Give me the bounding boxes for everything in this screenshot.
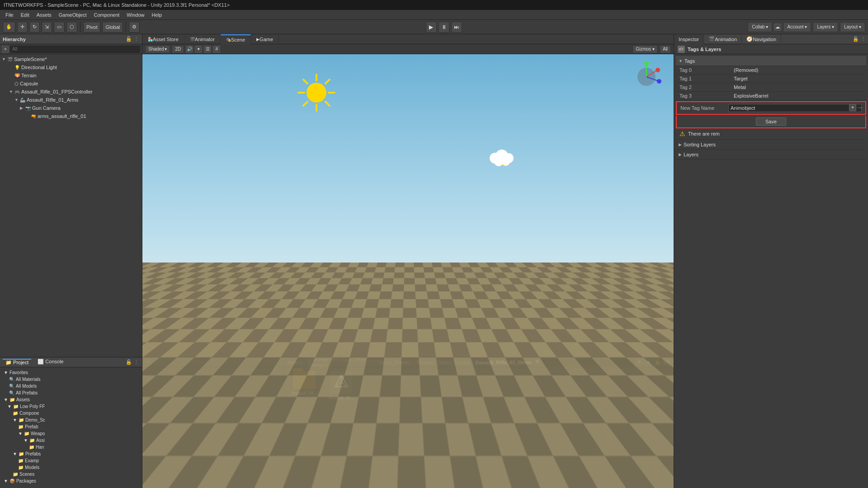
sidebar-scenes[interactable]: 📁 Scenes — [0, 471, 142, 478]
bc-lowpoly[interactable]: Low Poly FPS Pack - Free (Sample) — [308, 357, 373, 368]
cloud-btn[interactable]: ☁ — [774, 23, 781, 31]
hierarchy-search-input[interactable] — [10, 46, 140, 53]
sidebar-assi[interactable]: ▼ 📁 Assi — [0, 437, 142, 444]
dimension-btn[interactable]: 2D — [172, 45, 184, 53]
sidebar-lowpoly[interactable]: ▼ 📁 Low Poly FF — [0, 403, 142, 410]
file-item-folder[interactable]: Assault_Rf... — [288, 371, 320, 400]
hierarchy-lock-icon[interactable]: 🔓 — [126, 36, 132, 42]
tag-row-1: Tag 1 Target — [676, 75, 866, 83]
project-tab[interactable]: 📁 Project — [3, 359, 31, 366]
tab-game[interactable]: ▶ Game — [251, 34, 279, 44]
tree-item-fpscontroller[interactable]: ▼ 🎮 Assault_Rifle_01_FPSController — [0, 88, 142, 96]
sidebar-models[interactable]: 📁 Models — [0, 464, 142, 471]
sidebar-all-prefabs[interactable]: 🔍 All Prefabs — [0, 389, 142, 396]
tab-animation[interactable]: 🎬 Animation — [704, 34, 742, 44]
grid-btn[interactable]: # — [213, 46, 220, 53]
bc-assets[interactable]: Assets — [288, 360, 302, 365]
global-btn[interactable]: Global — [102, 22, 123, 33]
sidebar-examp[interactable]: 📁 Examp — [0, 457, 142, 464]
tab-scene[interactable]: 🎭 Scene — [221, 34, 251, 44]
account-btn[interactable]: Account ▾ — [783, 22, 811, 32]
bc-weapon[interactable]: Weapon_Demo_Scenes — [416, 360, 470, 365]
hierarchy-add-btn[interactable]: + — [2, 46, 9, 53]
tree-item-guncamera[interactable]: ▶ 📷 Gun Camera — [0, 104, 142, 112]
menu-edit[interactable]: Edit — [17, 11, 33, 19]
tree-item-rifle[interactable]: 🔫 arms_assault_rifle_01 — [0, 112, 142, 120]
menu-window[interactable]: Window — [123, 11, 148, 19]
inspector-menu-icon[interactable]: ⋮ — [860, 36, 866, 42]
tab-inspector[interactable]: Inspector — [674, 34, 704, 44]
menu-component[interactable]: Component — [90, 11, 123, 19]
assi-label: Assi — [36, 438, 45, 443]
save-btn[interactable]: Save — [756, 117, 786, 126]
tab-animator[interactable]: 🎬 Animator — [184, 34, 221, 44]
file-search-input[interactable] — [543, 359, 634, 366]
play-btn[interactable]: ▶ — [426, 22, 437, 33]
sidebar-weapon[interactable]: ▼ 📁 Weapo — [0, 430, 142, 437]
file-lock-btn[interactable]: 🔓 — [654, 359, 661, 366]
menu-help[interactable]: Help — [148, 11, 165, 19]
sidebar-all-models[interactable]: 🔍 All Models — [0, 383, 142, 389]
collab-btn[interactable]: Collab ▾ — [748, 22, 772, 32]
bottom-add-btn[interactable]: + — [144, 359, 151, 366]
menu-assets[interactable]: Assets — [33, 11, 55, 19]
tab-navigation[interactable]: 🧭 Navigation — [742, 34, 781, 44]
effects-btn[interactable]: ✦ — [195, 46, 202, 53]
sidebar-components[interactable]: 📁 Compone — [0, 410, 142, 417]
transform-tool-btn[interactable]: ⬡ — [66, 22, 77, 33]
console-tab[interactable]: ⬜ Console — [35, 359, 66, 366]
bottom-menu-icon[interactable]: ⋮ — [133, 359, 139, 366]
layers-btn[interactable]: Layers ▾ — [813, 22, 838, 32]
file-eye-btn[interactable]: 👁 — [636, 359, 643, 366]
file-item-unity[interactable]: Assault_Rf... — [326, 371, 357, 400]
sidebar-prefab[interactable]: 📁 Prefab — [0, 423, 142, 430]
tab-asset-store[interactable]: 🏪 Asset Store — [142, 34, 184, 44]
shading-mode-dropdown[interactable]: Shaded ▾ — [145, 45, 170, 53]
menu-gameobject[interactable]: GameObject — [55, 11, 90, 19]
sidebar-packages[interactable]: ▼ 📦 Packages — [0, 478, 142, 484]
inspector-lock-icon[interactable]: 🔓 — [853, 36, 859, 42]
bc-demo[interactable]: Demo_Scenes — [378, 360, 411, 365]
hidden-btn[interactable]: ☰ — [204, 46, 211, 53]
add-tag-btn[interactable]: + — [849, 104, 856, 111]
search-files-btn[interactable]: 🔍 — [534, 359, 542, 366]
file-more-btn[interactable]: ⚙8 — [663, 359, 670, 366]
scale-tool-btn[interactable]: ⇲ — [42, 22, 52, 33]
tree-item-samplescene[interactable]: ▼ 🎬 SampleScene* — [0, 55, 142, 63]
sorting-layers-section[interactable]: ▶ Sorting Layers — [676, 140, 866, 150]
step-btn[interactable]: ⏭ — [451, 22, 462, 33]
bc-current[interactable]: Assault_Rifle_01_Demo — [475, 360, 532, 365]
tree-item-capsule[interactable]: ⬡ Capsule — [0, 80, 142, 88]
remove-tag-btn[interactable]: — — [857, 104, 863, 110]
sidebar-prefabs[interactable]: ▼ 📁 Prefabs — [0, 450, 142, 457]
rotate-tool-btn[interactable]: ↻ — [29, 22, 40, 33]
file-star-btn[interactable]: ★ — [645, 359, 652, 366]
rect-tool-btn[interactable]: ▭ — [54, 22, 65, 33]
sidebar-favorites[interactable]: ▼ Favorites — [0, 369, 142, 376]
hand-tool-btn[interactable]: ✋ — [3, 22, 15, 33]
hierarchy-menu-icon[interactable]: ⋮ — [133, 36, 139, 42]
hierarchy-tab[interactable]: Hierarchy — [3, 37, 26, 42]
bottom-lock-icon[interactable]: 🔓 — [126, 359, 132, 366]
menu-file[interactable]: File — [2, 11, 17, 19]
move-tool-btn[interactable]: ✛ — [17, 22, 28, 33]
layout-btn[interactable]: Layout ▾ — [840, 22, 865, 32]
tree-item-directionallight[interactable]: 💡 Directional Light — [0, 63, 142, 71]
pause-btn[interactable]: ⏸ — [439, 22, 449, 33]
layers-section[interactable]: ▶ Layers — [676, 150, 866, 160]
sidebar-assets[interactable]: ▼ 📁 Assets — [0, 396, 142, 403]
tags-section-header[interactable]: ▼ Tags — [676, 56, 866, 66]
tree-item-terrain[interactable]: 🌄 Terrain — [0, 71, 142, 80]
all-btn[interactable]: All — [660, 45, 671, 53]
sidebar-demoscenes[interactable]: ▼ 📁 Demo_Sc — [0, 417, 142, 423]
custom-tool1[interactable]: ⚙ — [129, 22, 140, 33]
gizmos-btn[interactable]: Gizmos ▾ — [632, 45, 658, 53]
new-tag-input[interactable] — [728, 104, 862, 112]
inspector-content: ▼ Tags Tag 0 (Removed) Tag 1 Target Tag … — [674, 54, 868, 488]
tree-item-arms[interactable]: ▼ 🦾 Assault_Rifle_01_Arms — [0, 96, 142, 104]
bottom-minus-btn[interactable]: − — [154, 359, 161, 366]
audio-btn[interactable]: 🔊 — [186, 46, 193, 53]
sidebar-all-materials[interactable]: 🔍 All Materials — [0, 376, 142, 383]
pivot-btn[interactable]: Pivot — [83, 22, 100, 33]
sidebar-han[interactable]: 📁 Han — [0, 444, 142, 450]
